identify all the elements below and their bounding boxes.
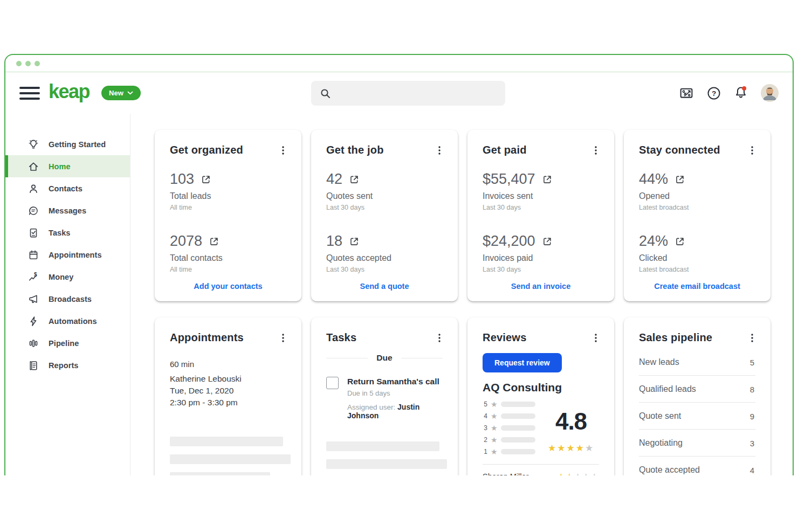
external-link-icon[interactable] (542, 236, 553, 247)
star-icon: ★ (558, 472, 566, 475)
search-icon (320, 88, 331, 99)
sidebar-item-contacts[interactable]: Contacts (5, 177, 130, 199)
request-review-button[interactable]: Request review (483, 353, 562, 372)
external-link-icon[interactable] (349, 174, 360, 185)
card-title: Reviews (483, 331, 526, 344)
pipeline-icon (27, 337, 39, 349)
external-link-icon[interactable] (201, 174, 211, 185)
task-due: Due in 5 days (347, 389, 443, 397)
person-icon (27, 183, 39, 195)
help-icon[interactable]: ? (707, 86, 721, 100)
bell-icon[interactable] (734, 86, 748, 100)
stat: $24,200 Invoices paid Last 30 days (483, 233, 599, 273)
stat: 44% Opened Latest broadcast (639, 171, 755, 211)
sidebar-item-label: Contacts (49, 184, 82, 193)
send-quote-link[interactable]: Send a quote (311, 282, 458, 291)
stat-value: 42 (326, 171, 342, 188)
sidebar-item-appointments[interactable]: Appointments (5, 244, 130, 266)
task-title[interactable]: Return Samantha's call (347, 377, 443, 386)
sidebar-item-automations[interactable]: Automations (5, 310, 130, 332)
skeleton-bar (170, 437, 283, 446)
sidebar-item-reports[interactable]: Reports (5, 354, 130, 376)
create-broadcast-link[interactable]: Create email broadcast (624, 282, 771, 291)
header-actions: ? (679, 84, 779, 102)
divider (483, 464, 599, 465)
star-rating: ★★★★★ (558, 472, 599, 475)
sidebar-item-home[interactable]: Home (5, 155, 130, 177)
kebab-menu-icon[interactable] (277, 144, 290, 157)
star-icon: ★ (566, 472, 574, 475)
stat-value: 103 (170, 171, 194, 188)
appointment-details[interactable]: Katherine Lebouski Tue, Dec 1, 2020 2:30… (170, 373, 286, 409)
appointment-name: Katherine Lebouski (170, 373, 286, 385)
skeleton-bar (326, 441, 439, 451)
pipeline-list: New leads5 Qualified leads8 Quote sent9 … (639, 349, 755, 475)
sidebar-item-label: Pipeline (49, 339, 79, 348)
search-bar[interactable] (311, 81, 505, 106)
stat-label: Quotes sent (326, 191, 443, 201)
star-icon: ★ (491, 448, 498, 455)
svg-text:?: ? (712, 89, 716, 98)
kebab-menu-icon[interactable] (433, 331, 446, 344)
sidebar-item-pipeline[interactable]: Pipeline (5, 332, 130, 354)
sidebar-item-money[interactable]: $ Money (5, 266, 130, 288)
reviewer-name: Sharon Miller (483, 472, 528, 475)
pipeline-stage-qualified-leads[interactable]: Qualified leads8 (639, 376, 755, 403)
pipeline-stage-negotiating[interactable]: Negotiating3 (639, 430, 755, 457)
hamburger-menu-icon[interactable] (19, 87, 40, 100)
external-link-icon[interactable] (542, 174, 553, 185)
report-icon (27, 360, 39, 371)
external-link-icon[interactable] (349, 236, 360, 247)
new-button[interactable]: New (101, 86, 141, 100)
pipeline-stage-quote-accepted[interactable]: Quote accepted4 (639, 457, 755, 475)
stat-sub: Last 30 days (326, 266, 443, 273)
stat-sub: Last 30 days (483, 204, 599, 211)
kebab-menu-icon[interactable] (277, 331, 290, 344)
pipeline-stage-quote-sent[interactable]: Quote sent9 (639, 403, 755, 430)
add-contacts-link[interactable]: Add your contacts (155, 282, 301, 291)
sidebar-item-label: Messages (49, 206, 86, 215)
appointment-time: 2:30 pm - 3:30 pm (170, 397, 286, 409)
strategy-icon[interactable] (679, 87, 694, 100)
business-name: AQ Consulting (483, 381, 599, 394)
rating-histogram: 5★ 4★ 3★ 2★ 1★ (483, 399, 535, 457)
stat-label: Clicked (639, 253, 755, 263)
sidebar-item-broadcasts[interactable]: Broadcasts (5, 288, 130, 310)
kebab-menu-icon[interactable] (433, 144, 446, 157)
star-icon: ★ (591, 472, 599, 475)
star-icon: ★ (491, 412, 498, 420)
tab-due[interactable]: Due (326, 353, 443, 363)
kebab-menu-icon[interactable] (746, 144, 759, 157)
avatar[interactable] (761, 84, 779, 102)
star-icon: ★ (548, 443, 557, 453)
sidebar-item-getting-started[interactable]: Getting Started (5, 133, 130, 155)
stat-sub: Latest broadcast (639, 266, 755, 273)
stat-sub: All time (170, 266, 286, 273)
star-icon: ★ (557, 443, 566, 453)
send-invoice-link[interactable]: Send an invoice (467, 282, 614, 291)
kebab-menu-icon[interactable] (746, 331, 759, 344)
sidebar-item-messages[interactable]: Messages (5, 199, 130, 222)
sidebar-item-tasks[interactable]: Tasks (5, 222, 130, 244)
star-icon: ★ (491, 436, 498, 444)
sidebar-item-label: Home (49, 162, 71, 171)
star-icon: ★ (582, 472, 590, 475)
sidebar-item-label: Getting Started (49, 140, 106, 149)
kebab-menu-icon[interactable] (589, 144, 602, 157)
card-title: Appointments (170, 331, 244, 344)
kebab-menu-icon[interactable] (589, 331, 602, 344)
star-icon: ★ (491, 424, 498, 432)
pipeline-stage-new-leads[interactable]: New leads5 (639, 349, 755, 376)
sidebar-item-label: Broadcasts (49, 295, 92, 303)
external-link-icon[interactable] (675, 174, 685, 185)
star-icon: ★ (576, 443, 585, 453)
search-input[interactable] (336, 89, 497, 98)
window-dot-icon (25, 61, 31, 66)
external-link-icon[interactable] (209, 236, 219, 247)
stat-label: Total leads (170, 191, 286, 201)
task-checkbox[interactable] (326, 377, 339, 389)
external-link-icon[interactable] (675, 236, 685, 247)
stat: $55,407 Invoices sent Last 30 days (483, 171, 599, 211)
card-title: Get paid (483, 144, 527, 156)
lightning-icon (27, 315, 39, 327)
